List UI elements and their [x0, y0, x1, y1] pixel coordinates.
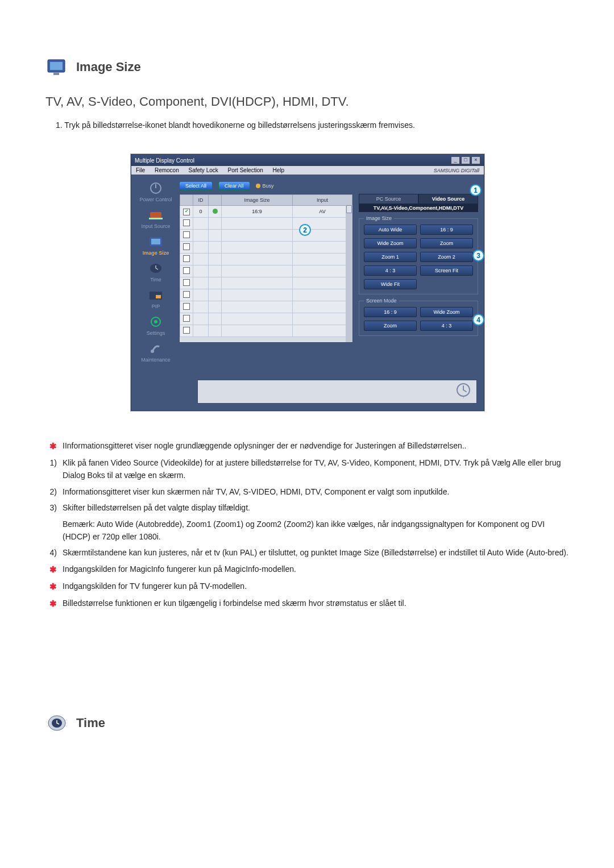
- row-checkbox[interactable]: [183, 327, 190, 334]
- table-row[interactable]: [180, 242, 352, 254]
- table-row[interactable]: [180, 218, 352, 230]
- menu-port-selection[interactable]: Port Selection: [228, 167, 263, 173]
- image-size-option[interactable]: Wide Zoom: [364, 238, 417, 248]
- svg-rect-7: [151, 239, 160, 244]
- grid-header: ID: [193, 195, 209, 206]
- svg-rect-4: [150, 212, 161, 218]
- row-id: [193, 277, 209, 289]
- svg-point-13: [151, 350, 154, 353]
- sidebar-item-maintenance[interactable]: Maintenance: [141, 342, 171, 363]
- svg-rect-2: [53, 73, 59, 75]
- row-checkbox[interactable]: [183, 209, 190, 215]
- row-checkbox[interactable]: [183, 315, 190, 322]
- table-row[interactable]: [180, 301, 352, 313]
- sidebar-item-image-size[interactable]: Image Size: [143, 235, 169, 256]
- image-size-option[interactable]: 16 : 9: [420, 225, 473, 235]
- select-all-button[interactable]: Select All: [179, 181, 213, 190]
- maximize-icon[interactable]: □: [461, 156, 470, 164]
- svg-rect-10: [156, 295, 161, 298]
- note-number: 3): [45, 501, 57, 514]
- screen-mode-option[interactable]: 16 : 9: [364, 307, 417, 317]
- grid-header: Input: [293, 195, 352, 206]
- sidebar-item-settings[interactable]: Settings: [147, 315, 165, 336]
- table-row[interactable]: [180, 313, 352, 325]
- note-text: Skifter billedstørrelsen på det valgte d…: [63, 501, 250, 514]
- image-size-option[interactable]: 4 : 3: [364, 265, 417, 276]
- screen-mode-option[interactable]: Wide Zoom: [420, 307, 473, 317]
- row-image-size: [222, 242, 293, 254]
- menu-file[interactable]: File: [136, 167, 145, 173]
- screen-mode-option[interactable]: 4 : 3: [420, 321, 473, 331]
- image-size-option[interactable]: Zoom 2: [420, 252, 473, 262]
- note-text: Bemærk: Auto Wide (Autobredde), Zoom1 (Z…: [63, 518, 569, 543]
- tab-pc-source[interactable]: PC Source: [359, 194, 418, 204]
- menu-remocon[interactable]: Remocon: [155, 167, 179, 173]
- busy-indicator: Busy: [256, 183, 274, 189]
- image-size-option[interactable]: Auto Wide: [364, 225, 417, 235]
- sidebar-item-time[interactable]: Time: [147, 261, 164, 283]
- row-checkbox[interactable]: [183, 255, 190, 262]
- note-row: ✱IInformationsgitteret viser nogle grund…: [45, 439, 569, 453]
- sidebar-item-label: Time: [147, 277, 164, 283]
- note-text: Informationsgitteret viser kun skærmen n…: [63, 485, 449, 498]
- close-icon[interactable]: ×: [471, 156, 480, 164]
- image-size-option[interactable]: Zoom: [420, 238, 473, 248]
- table-row[interactable]: [180, 325, 352, 337]
- sidebar-item-power-control[interactable]: Power Control: [139, 181, 172, 202]
- section-title: Image Size: [76, 60, 141, 74]
- screen-mode-legend: Screen Mode: [364, 298, 399, 304]
- table-row[interactable]: [180, 230, 352, 242]
- note-text: Skærmtilstandene kan kun justeres, når e…: [63, 546, 569, 559]
- row-checkbox[interactable]: [183, 219, 190, 226]
- maintenance-icon: [147, 342, 164, 355]
- row-checkbox[interactable]: [183, 291, 190, 298]
- row-id: [193, 254, 209, 265]
- grid-scrollbar[interactable]: [346, 205, 352, 342]
- sidebar-item-label: Image Size: [143, 250, 169, 256]
- row-checkbox[interactable]: [183, 279, 190, 286]
- row-checkbox[interactable]: [183, 243, 190, 250]
- busy-label: Busy: [263, 183, 274, 189]
- table-row[interactable]: [180, 277, 352, 289]
- screen-mode-option[interactable]: Zoom: [364, 321, 417, 331]
- table-row[interactable]: [180, 254, 352, 265]
- row-checkbox[interactable]: [183, 303, 190, 310]
- minimize-icon[interactable]: _: [451, 156, 460, 164]
- table-row[interactable]: 016:9AV: [180, 206, 352, 218]
- table-row[interactable]: [180, 289, 352, 301]
- row-id: [193, 242, 209, 254]
- row-checkbox[interactable]: [183, 231, 190, 238]
- menu-help[interactable]: Help: [273, 167, 285, 173]
- window-title: Multiple Display Control: [135, 157, 194, 164]
- app-window: Multiple Display Control _ □ × File Remo…: [131, 154, 484, 411]
- callout-1: 1: [470, 184, 482, 196]
- sidebar-item-input-source[interactable]: Input Source: [141, 208, 170, 229]
- image-size-option[interactable]: Wide Fit: [364, 279, 417, 289]
- sidebar-item-pip[interactable]: PIP: [147, 288, 164, 309]
- image-size-option[interactable]: Screen Fit: [420, 265, 473, 276]
- note-number: 1): [45, 456, 57, 482]
- table-row[interactable]: [180, 265, 352, 277]
- sidebar-item-label: Power Control: [139, 197, 172, 202]
- row-image-size: 16:9: [222, 206, 293, 218]
- row-checkbox[interactable]: [183, 267, 190, 274]
- row-id: [193, 289, 209, 301]
- sidebar-item-label: PIP: [147, 304, 164, 309]
- tab-video-source[interactable]: Video Source: [418, 194, 478, 204]
- sidebar: Power ControlInput SourceImage SizeTimeP…: [137, 181, 175, 363]
- row-id: [193, 230, 209, 242]
- row-image-size: [222, 277, 293, 289]
- sidebar-item-label: Settings: [147, 330, 165, 336]
- info-grid[interactable]: IDImage SizeInput016:9AV 2: [179, 194, 353, 343]
- apply-icon[interactable]: !: [455, 383, 472, 399]
- row-image-size: [222, 289, 293, 301]
- clear-all-button[interactable]: Clear All: [218, 181, 250, 190]
- image-size-option[interactable]: Zoom 1: [364, 252, 417, 262]
- note-number: 2): [45, 485, 57, 498]
- row-image-size: [222, 230, 293, 242]
- note-row: 3)Skifter billedstørrelsen på det valgte…: [45, 501, 569, 514]
- row-image-size: [222, 218, 293, 230]
- note-row: Bemærk: Auto Wide (Autobredde), Zoom1 (Z…: [45, 518, 569, 543]
- pip-icon: [147, 288, 164, 302]
- menu-safety-lock[interactable]: Safety Lock: [189, 167, 218, 173]
